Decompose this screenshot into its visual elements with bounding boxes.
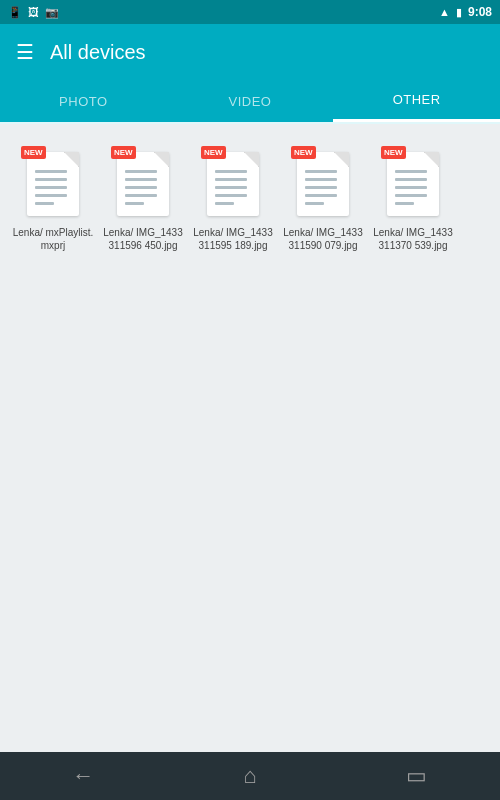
file-name: Lenka/ mxPlaylist.mxprj (12, 226, 94, 252)
file-icon (27, 152, 79, 216)
wifi-icon: ▲ (439, 6, 450, 18)
new-badge: NEW (111, 146, 136, 159)
file-grid: NEWLenka/ mxPlaylist.mxprjNEWLenka/ IMG_… (8, 132, 492, 268)
file-name: Lenka/ IMG_1433311596 450.jpg (102, 226, 184, 252)
status-time: 9:08 (468, 5, 492, 19)
file-icon-wrapper: NEW (203, 148, 263, 220)
battery-icon: ▮ (456, 6, 462, 19)
file-icon (387, 152, 439, 216)
list-item[interactable]: NEWLenka/ mxPlaylist.mxprj (8, 140, 98, 260)
home-button[interactable]: ⌂ (210, 752, 290, 800)
image-icon: 🖼 (28, 6, 39, 18)
status-bar-left: 📱 🖼 📷 (8, 6, 59, 19)
file-icon (297, 152, 349, 216)
menu-icon[interactable]: ☰ (16, 40, 34, 64)
new-badge: NEW (291, 146, 316, 159)
list-item[interactable]: NEWLenka/ IMG_1433311370 539.jpg (368, 140, 458, 260)
tab-other[interactable]: OTHER (333, 80, 500, 122)
phone-icon: 📱 (8, 6, 22, 19)
file-icon (207, 152, 259, 216)
new-badge: NEW (381, 146, 406, 159)
status-bar: 📱 🖼 📷 ▲ ▮ 9:08 (0, 0, 500, 24)
nav-bar: ← ⌂ ▭ (0, 752, 500, 800)
tab-video[interactable]: VIDEO (167, 80, 334, 122)
status-bar-right: ▲ ▮ 9:08 (439, 5, 492, 19)
list-item[interactable]: NEWLenka/ IMG_1433311590 079.jpg (278, 140, 368, 260)
file-name: Lenka/ IMG_1433311370 539.jpg (372, 226, 454, 252)
back-button[interactable]: ← (43, 752, 123, 800)
file-icon-wrapper: NEW (383, 148, 443, 220)
new-badge: NEW (201, 146, 226, 159)
tablet-icon: 📷 (45, 6, 59, 19)
tab-bar: PHOTO VIDEO OTHER (0, 80, 500, 124)
file-icon-wrapper: NEW (23, 148, 83, 220)
file-icon (117, 152, 169, 216)
list-item[interactable]: NEWLenka/ IMG_1433311595 189.jpg (188, 140, 278, 260)
file-name: Lenka/ IMG_1433311595 189.jpg (192, 226, 274, 252)
file-name: Lenka/ IMG_1433311590 079.jpg (282, 226, 364, 252)
content-area: NEWLenka/ mxPlaylist.mxprjNEWLenka/ IMG_… (0, 124, 500, 752)
new-badge: NEW (21, 146, 46, 159)
page-title: All devices (50, 41, 146, 64)
list-item[interactable]: NEWLenka/ IMG_1433311596 450.jpg (98, 140, 188, 260)
tab-photo[interactable]: PHOTO (0, 80, 167, 122)
file-icon-wrapper: NEW (293, 148, 353, 220)
file-icon-wrapper: NEW (113, 148, 173, 220)
recent-button[interactable]: ▭ (377, 752, 457, 800)
top-bar: ☰ All devices (0, 24, 500, 80)
